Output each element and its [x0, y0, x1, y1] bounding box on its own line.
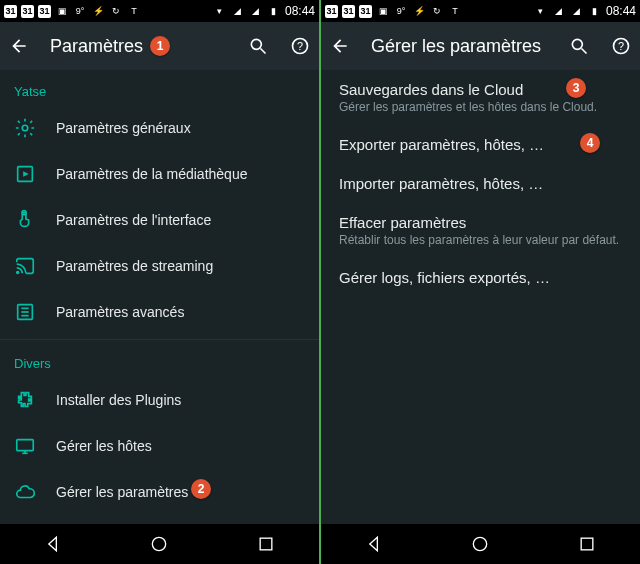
item-reset-settings[interactable]: Effacer paramètres Rétablir tous les par…: [321, 203, 640, 258]
item-subtitle: Rétablir tous les paramètres à leur vale…: [339, 233, 622, 247]
calendar-icon: 31: [21, 5, 34, 18]
item-manage-logs[interactable]: Gérer logs, fichiers exportés, …: [321, 258, 640, 297]
advanced-icon: [14, 301, 36, 323]
nav-home[interactable]: [134, 529, 184, 559]
cloud-icon: [14, 481, 36, 503]
nav-bar: [321, 524, 640, 564]
item-manage-settings[interactable]: Gérer les paramètres 2: [0, 469, 319, 515]
nav-back[interactable]: [349, 529, 399, 559]
item-cloud-backups[interactable]: Sauvegardes dans le Cloud Gérer les para…: [321, 70, 640, 125]
svg-point-4: [22, 125, 28, 131]
wifi-icon: ▾: [534, 4, 548, 18]
svg-point-16: [153, 537, 166, 550]
item-manage-offline[interactable]: Gérer les fichiers hors-ligne: [0, 515, 319, 524]
app-bar: Paramètres ? 1: [0, 22, 319, 70]
library-icon: [14, 163, 36, 185]
svg-point-8: [17, 272, 19, 274]
settings-list: Yatse Paramètres généraux Paramètres de …: [0, 70, 319, 524]
signal-icon: ◢: [231, 4, 245, 18]
nav-recent[interactable]: [562, 529, 612, 559]
nav-bar: [0, 524, 319, 564]
svg-line-1: [261, 49, 266, 54]
item-label: Paramètres avancés: [56, 304, 184, 320]
phone-right: 31 31 31 ▣ 9° ⚡ ↻ T ▾ ◢ ◢ ▮ 08:44 Gérer …: [321, 0, 640, 564]
status-bar: 31 31 31 ▣ 9° ⚡ ↻ T ▾ ◢ ◢ ▮ 08:44: [0, 0, 319, 22]
svg-rect-17: [260, 538, 272, 550]
sync-icon: ↻: [430, 4, 444, 18]
item-label: Gérer les paramètres: [56, 484, 188, 500]
calendar-icon: 31: [359, 5, 372, 18]
item-advanced-settings[interactable]: Paramètres avancés: [0, 289, 319, 335]
touch-icon: [14, 209, 36, 231]
svg-point-0: [251, 39, 261, 49]
signal-icon: ◢: [570, 4, 584, 18]
item-label: Gérer les hôtes: [56, 438, 152, 454]
svg-marker-6: [23, 171, 29, 177]
network-icon: T: [127, 4, 141, 18]
item-subtitle: Gérer les paramètres et les hôtes dans l…: [339, 100, 622, 114]
svg-text:?: ?: [618, 40, 624, 52]
network-icon: T: [448, 4, 462, 18]
temperature-label: 9°: [73, 4, 87, 18]
divider: [0, 339, 319, 340]
svg-point-22: [474, 537, 487, 550]
item-label: Paramètres généraux: [56, 120, 191, 136]
section-header-divers: Divers: [0, 342, 319, 377]
item-title: Sauvegardes dans le Cloud: [339, 81, 622, 98]
monitor-icon: [14, 435, 36, 457]
app-bar: Gérer les paramètres ?: [321, 22, 640, 70]
item-general-settings[interactable]: Paramètres généraux: [0, 105, 319, 151]
plugin-icon: [14, 389, 36, 411]
svg-rect-23: [581, 538, 593, 550]
page-title: Gérer les paramètres: [371, 36, 548, 57]
item-streaming-settings[interactable]: Paramètres de streaming: [0, 243, 319, 289]
nav-home[interactable]: [455, 529, 505, 559]
search-button[interactable]: [568, 35, 590, 57]
signal-icon: ◢: [552, 4, 566, 18]
item-library-settings[interactable]: Paramètres de la médiathèque: [0, 151, 319, 197]
flash-icon: ⚡: [412, 4, 426, 18]
battery-icon: ▮: [588, 4, 602, 18]
cast-icon: [14, 255, 36, 277]
nav-back[interactable]: [28, 529, 78, 559]
signal-icon: ◢: [249, 4, 263, 18]
item-import-settings[interactable]: Importer paramètres, hôtes, …: [321, 164, 640, 203]
page-title: Paramètres: [50, 36, 227, 57]
item-install-plugins[interactable]: Installer des Plugins: [0, 377, 319, 423]
item-label: Paramètres de l'interface: [56, 212, 211, 228]
calendar-icon: 31: [325, 5, 338, 18]
image-icon: ▣: [55, 4, 69, 18]
help-button[interactable]: ?: [289, 35, 311, 57]
item-interface-settings[interactable]: Paramètres de l'interface: [0, 197, 319, 243]
back-button[interactable]: [8, 35, 30, 57]
item-title: Exporter paramètres, hôtes, …: [339, 136, 622, 153]
manage-settings-list: Sauvegardes dans le Cloud Gérer les para…: [321, 70, 640, 524]
temperature-label: 9°: [394, 4, 408, 18]
svg-line-19: [582, 49, 587, 54]
search-button[interactable]: [247, 35, 269, 57]
clock-label: 08:44: [606, 4, 636, 18]
status-bar: 31 31 31 ▣ 9° ⚡ ↻ T ▾ ◢ ◢ ▮ 08:44: [321, 0, 640, 22]
wifi-icon: ▾: [213, 4, 227, 18]
item-export-settings[interactable]: Exporter paramètres, hôtes, … 4: [321, 125, 640, 164]
item-title: Gérer logs, fichiers exportés, …: [339, 269, 622, 286]
image-icon: ▣: [376, 4, 390, 18]
clock-label: 08:44: [285, 4, 315, 18]
gear-icon: [14, 117, 36, 139]
calendar-icon: 31: [38, 5, 51, 18]
item-manage-hosts[interactable]: Gérer les hôtes: [0, 423, 319, 469]
svg-point-18: [572, 39, 582, 49]
phone-left: 31 31 31 ▣ 9° ⚡ ↻ T ▾ ◢ ◢ ▮ 08:44 Paramè…: [0, 0, 319, 564]
help-button[interactable]: ?: [610, 35, 632, 57]
flash-icon: ⚡: [91, 4, 105, 18]
step-badge-2: 2: [191, 479, 211, 499]
back-button[interactable]: [329, 35, 351, 57]
item-title: Effacer paramètres: [339, 214, 622, 231]
item-label: Paramètres de la médiathèque: [56, 166, 247, 182]
item-label: Installer des Plugins: [56, 392, 181, 408]
calendar-icon: 31: [342, 5, 355, 18]
nav-recent[interactable]: [241, 529, 291, 559]
calendar-icon: 31: [4, 5, 17, 18]
section-header-yatse: Yatse: [0, 70, 319, 105]
battery-icon: ▮: [267, 4, 281, 18]
